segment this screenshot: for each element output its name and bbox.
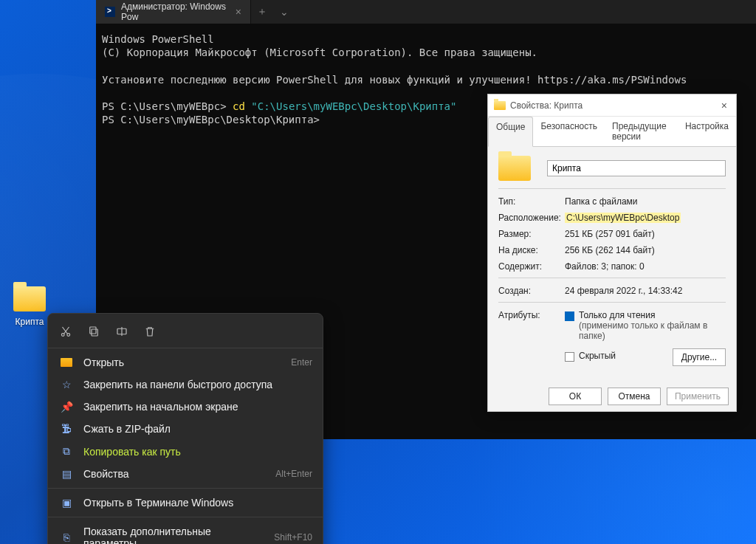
desktop-folder[interactable]: Крипта	[7, 286, 52, 328]
ps-prompt1-prefix: PS C:\Users\myWEBpc>	[102, 100, 233, 112]
new-tab-button[interactable]: ＋	[251, 5, 273, 18]
tab-security[interactable]: Безопасность	[533, 117, 605, 146]
more-icon: ⎘	[63, 531, 69, 543]
powershell-icon	[105, 7, 115, 17]
ok-button[interactable]: ОК	[549, 388, 602, 405]
disk-value: 256 КБ (262 144 байт)	[565, 245, 726, 255]
props-titlebar[interactable]: Свойства: Крипта ×	[488, 94, 736, 117]
copy-path-icon: ⧉	[63, 445, 70, 458]
desktop-folder-label: Крипта	[16, 317, 44, 327]
other-attrs-button[interactable]: Другие...	[673, 348, 726, 366]
contains-value: Файлов: 3; папок: 0	[565, 261, 726, 272]
ps-link[interactable]: https://aka.ms/PSWindows	[537, 74, 687, 86]
ctx-properties[interactable]: ▤ Свойства Alt+Enter	[48, 463, 323, 485]
ctx-open-terminal[interactable]: ▣ Открыть в Терминале Windows	[48, 492, 323, 514]
svg-rect-2	[92, 329, 97, 336]
created-value: 24 февраля 2022 г., 14:33:42	[565, 286, 726, 296]
folder-name-input[interactable]	[547, 160, 726, 176]
cut-icon[interactable]	[58, 324, 73, 339]
ctx-open[interactable]: Открыть Enter	[48, 351, 323, 373]
checkbox-icon	[565, 311, 574, 321]
ctx-pin-start[interactable]: 📌 Закрепить на начальном экране	[48, 396, 323, 418]
terminal-titlebar: Администратор: Windows Pow × ＋ ⌄	[96, 0, 756, 24]
ps-line3a: Установите последнюю версию PowerShell д…	[102, 74, 537, 86]
ctx-zip[interactable]: 🗜 Сжать в ZIP-файл	[48, 418, 323, 440]
ps-cmd: cd	[233, 100, 245, 112]
properties-dialog: Свойства: Крипта × Общие Безопасность Пр…	[487, 94, 737, 412]
tab-prev-versions[interactable]: Предыдущие версии	[605, 117, 678, 146]
folder-icon	[13, 286, 46, 311]
pin-icon: 📌	[61, 401, 73, 413]
readonly-label: Только для чтения	[579, 310, 726, 320]
ctx-more[interactable]: ⎘ Показать дополнительные параметры Shif…	[48, 520, 323, 544]
hidden-label: Скрытый	[579, 351, 616, 361]
hidden-checkbox-row[interactable]: Скрытый	[565, 351, 616, 362]
props-title-text: Свойства: Крипта	[510, 100, 718, 111]
location-value: C:\Users\myWEBpc\Desktop	[565, 213, 681, 223]
separator	[48, 348, 323, 348]
ps-arg: "C:\Users\myWEBpc\Desktop\Крипта"	[251, 100, 456, 112]
type-value: Папка с файлами	[565, 196, 726, 207]
ps-line1: Windows PowerShell	[102, 33, 214, 45]
properties-icon: ▤	[62, 468, 72, 480]
close-tab-icon[interactable]: ×	[236, 6, 241, 18]
folder-icon	[494, 101, 506, 110]
star-icon: ☆	[62, 379, 72, 390]
rename-icon[interactable]	[114, 324, 129, 339]
terminal-tab-title: Администратор: Windows Pow	[121, 1, 230, 22]
svg-point-1	[67, 334, 70, 337]
readonly-checkbox-row[interactable]: Только для чтения (применимо только к фа…	[565, 310, 726, 341]
terminal-icon: ▣	[62, 497, 72, 509]
context-menu: Открыть Enter ☆ Закрепить на панели быст…	[47, 313, 323, 544]
props-tabs: Общие Безопасность Предыдущие версии Нас…	[488, 117, 736, 147]
ctx-pin-quick[interactable]: ☆ Закрепить на панели быстрого доступа	[48, 373, 323, 396]
tab-menu-button[interactable]: ⌄	[273, 6, 295, 18]
size-value: 251 КБ (257 091 байт)	[565, 229, 726, 239]
folder-icon	[498, 156, 531, 181]
separator	[48, 488, 323, 489]
context-toolbar	[48, 318, 323, 345]
readonly-sublabel: (применимо только к файлам в папке)	[579, 320, 726, 341]
tab-general[interactable]: Общие	[488, 117, 533, 147]
apply-button[interactable]: Применить	[667, 388, 729, 405]
checkbox-icon	[565, 352, 574, 362]
svg-rect-3	[90, 327, 96, 334]
props-body: Тип:Папка с файлами Расположение:C:\User…	[488, 147, 736, 381]
ps-line2: (C) Корпорация Майкрософт (Microsoft Cor…	[102, 47, 537, 58]
cancel-button[interactable]: Отмена	[608, 388, 661, 405]
svg-point-0	[61, 334, 64, 337]
ctx-copy-path[interactable]: ⧉ Копировать как путь	[48, 440, 323, 463]
separator	[48, 517, 323, 517]
zip-icon: 🗜	[61, 423, 72, 435]
close-icon[interactable]: ×	[718, 100, 730, 111]
tab-customize[interactable]: Настройка	[678, 117, 736, 146]
terminal-tab[interactable]: Администратор: Windows Pow ×	[96, 0, 251, 24]
delete-icon[interactable]	[142, 324, 157, 339]
copy-icon[interactable]	[86, 324, 101, 339]
ps-prompt2: PS C:\Users\myWEBpc\Desktop\Крипта>	[102, 114, 320, 125]
folder-open-icon	[61, 358, 72, 367]
